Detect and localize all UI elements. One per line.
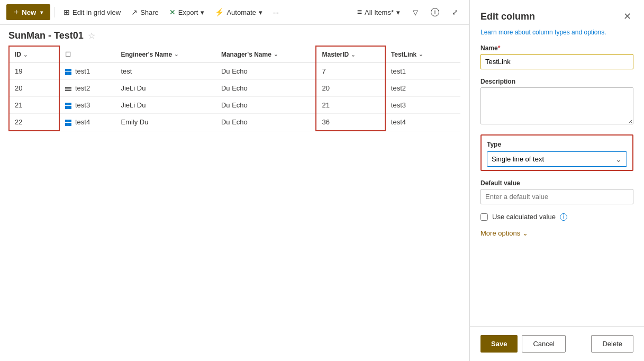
cell-testlink: test1 <box>385 63 460 80</box>
filter-icon-button[interactable]: ▽ <box>409 6 422 19</box>
col-header-engineer[interactable]: Engineer's Name ⌄ <box>115 46 216 63</box>
new-chevron-icon: ▾ <box>40 10 43 15</box>
panel-title: Edit column <box>480 11 535 22</box>
panel-body: Name* Description Type Single line of te… <box>470 44 644 326</box>
favorite-star-icon[interactable]: ☆ <box>88 31 95 41</box>
main-content: + New ▾ ⊞ Edit in grid view ↗ Share ✕ Ex… <box>0 0 469 361</box>
filter-lines-icon: ≡ <box>357 7 362 17</box>
cancel-button[interactable]: Cancel <box>522 335 565 353</box>
cell-engineer: Emily Du <box>115 114 216 131</box>
default-value-label: Default value <box>480 179 633 187</box>
share-label: Share <box>140 8 159 16</box>
cell-title-icon: test1 <box>59 63 116 80</box>
cell-engineer: test <box>115 63 216 80</box>
export-label: Export <box>178 8 198 16</box>
type-form-group: Type Single line of text Multiple lines … <box>480 134 633 171</box>
export-chevron-icon: ▾ <box>201 8 204 16</box>
delete-button[interactable]: Delete <box>591 335 633 353</box>
table-row: 22 test4 Emily Du Du Echo 36 test4 <box>9 114 460 131</box>
panel-footer: Save Cancel Delete <box>470 326 644 361</box>
cell-manager: Du Echo <box>216 97 316 114</box>
cell-title-icon: test2 <box>59 80 116 97</box>
share-button[interactable]: ↗ Share <box>127 6 163 19</box>
toolbar: + New ▾ ⊞ Edit in grid view ↗ Share ✕ Ex… <box>0 0 469 25</box>
data-table: ID ⌄ ☐ Engineer's Name ⌄ <box>8 46 460 131</box>
grid-icon: ⊞ <box>64 8 70 16</box>
col-header-masterid[interactable]: MasterID ⌄ <box>316 46 385 63</box>
manager-sort-icon: ⌄ <box>274 51 278 57</box>
description-form-group: Description <box>480 78 633 126</box>
edit-grid-button[interactable]: ⊞ Edit in grid view <box>59 6 125 19</box>
cell-manager: Du Echo <box>216 63 316 80</box>
testlink-sort-icon: ⌄ <box>419 51 423 57</box>
panel-header: Edit column ✕ <box>470 0 644 29</box>
engineer-sort-icon: ⌄ <box>174 51 178 57</box>
id-sort-icon: ⌄ <box>23 52 28 58</box>
funnel-icon: ▽ <box>413 8 418 16</box>
cell-id: 20 <box>9 80 59 97</box>
right-panel: Edit column ✕ Learn more about column ty… <box>469 0 644 361</box>
col-header-manager[interactable]: Manager's Name ⌄ <box>216 46 316 63</box>
panel-subtitle[interactable]: Learn more about column types and option… <box>470 29 644 44</box>
more-options-label: More options <box>480 229 520 237</box>
export-button[interactable]: ✕ Export ▾ <box>165 6 209 19</box>
toolbar-separator <box>55 7 55 17</box>
row-type-icon <box>65 118 74 126</box>
use-calculated-checkbox[interactable] <box>480 213 488 221</box>
new-button[interactable]: + New ▾ <box>6 4 50 20</box>
row-type-icon <box>65 101 74 109</box>
cell-masterid: 20 <box>316 80 385 97</box>
description-textarea[interactable] <box>480 87 633 124</box>
col-header-title[interactable]: ☐ <box>59 46 116 63</box>
view-label: All Items* <box>365 8 394 16</box>
default-value-input[interactable] <box>480 189 633 204</box>
col-header-testlink[interactable]: TestLink ⌄ <box>385 46 460 63</box>
info-icon-button[interactable]: i <box>427 6 443 19</box>
save-button[interactable]: Save <box>480 335 518 353</box>
cell-id: 19 <box>9 63 59 80</box>
expand-icon-button[interactable]: ⤢ <box>448 6 462 19</box>
share-icon: ↗ <box>131 8 138 16</box>
more-label: ··· <box>273 8 279 16</box>
automate-chevron-icon: ▾ <box>259 8 262 16</box>
cell-testlink: test3 <box>385 97 460 114</box>
col-header-id[interactable]: ID ⌄ <box>9 46 59 63</box>
cell-masterid: 7 <box>316 63 385 80</box>
close-panel-button[interactable]: ✕ <box>621 8 633 24</box>
cell-manager: Du Echo <box>216 114 316 131</box>
row-type-icon <box>65 84 74 92</box>
name-form-group: Name* <box>480 44 633 69</box>
toolbar-right: ≡ All Items* ▾ ▽ i ⤢ <box>353 5 462 19</box>
name-input[interactable] <box>480 54 633 69</box>
cell-engineer: JieLi Du <box>115 80 216 97</box>
automate-icon: ⚡ <box>215 8 224 16</box>
description-label: Description <box>480 78 633 85</box>
masterid-sort-icon: ⌄ <box>351 52 355 58</box>
cell-masterid: 36 <box>316 114 385 131</box>
page-title-bar: SunMan - Test01 ☆ <box>0 25 469 46</box>
new-label: New <box>22 8 36 16</box>
calculated-info-icon[interactable]: i <box>560 213 567 221</box>
cell-title-icon: test4 <box>59 114 116 131</box>
table-row: 19 test1 test Du Echo 7 test1 <box>9 63 460 80</box>
edit-grid-label: Edit in grid view <box>72 8 121 16</box>
export-icon: ✕ <box>169 8 176 16</box>
more-button[interactable]: ··· <box>269 6 283 19</box>
cell-testlink: test2 <box>385 80 460 97</box>
expand-icon: ⤢ <box>452 8 458 16</box>
view-filter-button[interactable]: ≡ All Items* ▾ <box>353 5 404 19</box>
view-chevron-icon: ▾ <box>396 8 400 16</box>
cell-id: 21 <box>9 97 59 114</box>
automate-label: Automate <box>226 8 256 16</box>
automate-button[interactable]: ⚡ Automate ▾ <box>211 6 267 19</box>
cell-engineer: JieLi Du <box>115 97 216 114</box>
type-select[interactable]: Single line of text Multiple lines of te… <box>487 151 627 167</box>
table-row: 20 test2 JieLi Du Du Echo 20 <box>9 80 460 97</box>
table-row: 21 test3 JieLi Du Du Echo 21 test3 <box>9 97 460 114</box>
plus-icon: + <box>14 7 19 17</box>
type-label: Type <box>487 141 627 148</box>
cell-masterid: 21 <box>316 97 385 114</box>
more-options-button[interactable]: More options ⌄ <box>480 229 528 237</box>
info-icon: i <box>431 8 439 16</box>
row-type-icon <box>65 67 74 75</box>
